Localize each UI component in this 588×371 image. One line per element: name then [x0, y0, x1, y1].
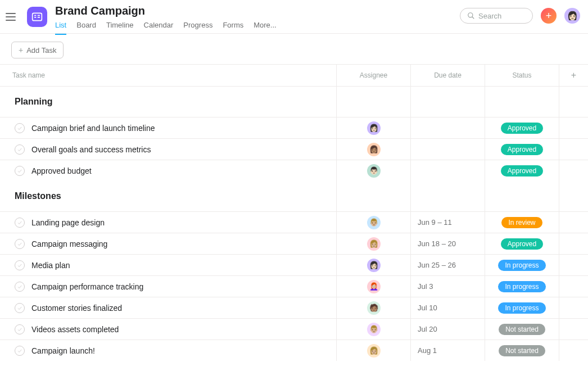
status-cell[interactable]: Not started	[485, 319, 559, 340]
complete-toggle[interactable]	[15, 324, 25, 334]
assignee-cell[interactable]: 👩🏼	[336, 233, 410, 254]
tab-forms[interactable]: Forms	[223, 21, 243, 35]
assignee-cell[interactable]: 👨🏼	[336, 212, 410, 233]
tab-more[interactable]: More...	[254, 21, 276, 35]
due-date-cell[interactable]: Jul 3	[410, 276, 485, 297]
due-date-cell[interactable]: Jun 9 – 11	[410, 212, 485, 233]
due-date-cell[interactable]	[410, 139, 485, 160]
due-date-cell[interactable]	[410, 160, 485, 181]
assignee-cell[interactable]: 👨🏼	[336, 319, 410, 340]
task-row[interactable]: Media plan👩🏻Jun 25 – 26In progress	[0, 254, 588, 275]
task-name: Campaign performance tracking	[31, 282, 143, 291]
due-date-cell[interactable]: Aug 1	[410, 340, 485, 361]
row-actions	[559, 340, 588, 361]
status-cell[interactable]: In progress	[485, 276, 559, 297]
row-actions	[559, 276, 588, 297]
status-cell[interactable]: Not started	[485, 340, 559, 361]
task-name: Campaign launch!	[31, 346, 95, 355]
assignee-avatar: 👩🏻‍🦰	[367, 280, 381, 293]
status-pill: Approved	[501, 144, 543, 155]
complete-toggle[interactable]	[15, 239, 25, 249]
section-header[interactable]: Milestones	[0, 181, 588, 211]
task-row[interactable]: Campaign launch!👩🏼Aug 1Not started	[0, 340, 588, 361]
status-cell[interactable]: Approved	[485, 233, 559, 254]
complete-toggle[interactable]	[15, 144, 25, 155]
complete-toggle[interactable]	[15, 218, 25, 228]
assignee-cell[interactable]: 👩🏻	[336, 117, 410, 138]
search-input[interactable]: Search	[460, 8, 533, 24]
view-tabs: ListBoardTimelineCalendarProgressFormsMo…	[55, 21, 460, 35]
tab-list[interactable]: List	[55, 21, 66, 35]
search-icon	[467, 12, 475, 20]
section-header[interactable]: Planning	[0, 87, 588, 117]
status-pill: Approved	[501, 238, 543, 250]
add-task-button[interactable]: + Add Task	[11, 42, 64, 58]
complete-toggle[interactable]	[15, 303, 25, 313]
row-actions	[559, 117, 588, 138]
column-header-assignee: Assignee	[336, 65, 410, 86]
task-row[interactable]: Customer stories finalized🧑🏽Jul 10In pro…	[0, 297, 588, 318]
due-date-cell[interactable]: Jun 25 – 26	[410, 255, 485, 275]
status-cell[interactable]: In review	[485, 212, 559, 233]
status-cell[interactable]: Approved	[485, 117, 559, 138]
task-row[interactable]: Campaign brief and launch timeline👩🏻Appr…	[0, 117, 588, 138]
due-date-cell[interactable]: Jul 10	[410, 297, 485, 318]
plus-icon: +	[19, 46, 23, 55]
task-row[interactable]: Overall goals and success metrics👩🏽Appro…	[0, 138, 588, 160]
assignee-avatar: 👩🏼	[367, 344, 381, 358]
column-header-status: Status	[485, 65, 559, 86]
due-date-cell[interactable]	[410, 117, 485, 138]
status-pill: Not started	[499, 345, 545, 356]
assignee-avatar: 👩🏼	[367, 237, 381, 251]
status-cell[interactable]: In progress	[485, 297, 559, 318]
tab-board[interactable]: Board	[76, 21, 96, 35]
task-row[interactable]: Landing page design👨🏼Jun 9 – 11In review	[0, 211, 588, 233]
section-title: Milestones	[0, 181, 336, 211]
status-cell[interactable]: In progress	[485, 255, 559, 275]
user-avatar[interactable]: 👩🏻	[564, 8, 580, 24]
tab-progress[interactable]: Progress	[183, 21, 212, 35]
global-create-button[interactable]: +	[541, 8, 557, 24]
task-row[interactable]: Campaign performance tracking👩🏻‍🦰Jul 3In…	[0, 275, 588, 297]
row-actions	[559, 233, 588, 254]
svg-rect-0	[33, 13, 42, 20]
task-name: Landing page design	[31, 218, 105, 227]
task-row[interactable]: Approved budget👨🏻Approved	[0, 160, 588, 181]
complete-toggle[interactable]	[15, 260, 25, 270]
assignee-avatar: 👨🏻	[367, 164, 381, 178]
section-title: Planning	[0, 87, 336, 117]
complete-toggle[interactable]	[15, 346, 25, 356]
assignee-avatar: 👨🏼	[367, 216, 381, 229]
complete-toggle[interactable]	[15, 282, 25, 292]
column-header-due: Due date	[410, 65, 485, 86]
due-date-cell[interactable]: Jun 18 – 20	[410, 233, 485, 254]
assignee-cell[interactable]: 👩🏻	[336, 255, 410, 275]
svg-point-5	[468, 13, 473, 17]
toolbar: + Add Task	[0, 34, 588, 64]
due-date-cell[interactable]: Jul 20	[410, 319, 485, 340]
task-row[interactable]: Campaign messaging👩🏼Jun 18 – 20Approved	[0, 233, 588, 254]
add-column-button[interactable]: +	[559, 65, 588, 86]
tab-calendar[interactable]: Calendar	[144, 21, 174, 35]
status-cell[interactable]: Approved	[485, 139, 559, 160]
task-name: Media plan	[31, 261, 70, 270]
hamburger-icon[interactable]	[6, 10, 19, 24]
project-header: Brand Campaign ListBoardTimelineCalendar…	[55, 3, 460, 35]
assignee-cell[interactable]: 👩🏼	[336, 340, 410, 361]
assignee-avatar: 👩🏽	[367, 143, 381, 156]
topbar: Brand Campaign ListBoardTimelineCalendar…	[0, 0, 588, 34]
column-header-row: Task name Assignee Due date Status +	[0, 64, 588, 87]
assignee-cell[interactable]: 👨🏻	[336, 160, 410, 181]
task-name: Approved budget	[31, 166, 92, 175]
task-row[interactable]: Videos assets completed👨🏼Jul 20Not start…	[0, 318, 588, 340]
topbar-right: Search + 👩🏻	[460, 8, 580, 24]
row-actions	[559, 255, 588, 275]
task-name: Videos assets completed	[31, 325, 119, 334]
tab-timeline[interactable]: Timeline	[106, 21, 134, 35]
assignee-cell[interactable]: 👩🏽	[336, 139, 410, 160]
assignee-cell[interactable]: 👩🏻‍🦰	[336, 276, 410, 297]
status-cell[interactable]: Approved	[485, 160, 559, 181]
complete-toggle[interactable]	[15, 123, 25, 133]
assignee-cell[interactable]: 🧑🏽	[336, 297, 410, 318]
complete-toggle[interactable]	[15, 166, 25, 176]
